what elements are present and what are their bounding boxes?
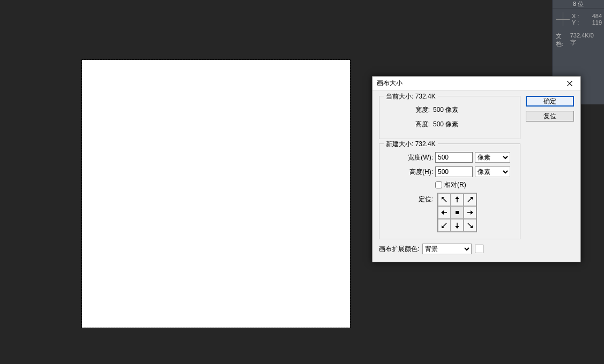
new-size-legend: 新建大小: 732.4K xyxy=(384,140,438,149)
close-button[interactable] xyxy=(562,78,577,89)
current-width-value: 500 像素 xyxy=(433,105,458,115)
x-value: 484 xyxy=(592,13,602,19)
svg-marker-15 xyxy=(455,226,459,229)
color-swatch[interactable] xyxy=(475,245,483,253)
width-input[interactable] xyxy=(435,152,473,163)
y-value: 119 xyxy=(592,19,602,26)
anchor-grid xyxy=(437,193,477,232)
anchor-e[interactable] xyxy=(464,206,476,219)
svg-marker-5 xyxy=(455,196,459,199)
current-size-group: 当前大小: 732.4K 宽度: 500 像素 高度: 500 像素 xyxy=(379,96,520,139)
y-label: Y : xyxy=(572,19,579,26)
anchor-ne[interactable] xyxy=(464,193,476,206)
new-size-group: 新建大小: 732.4K 宽度(W): 像素英寸厘米毫米点派卡 高度(H): 像… xyxy=(379,143,520,239)
relative-label: 相对(R) xyxy=(444,180,466,189)
extension-color-label: 画布扩展颜色: xyxy=(379,245,419,254)
anchor-center[interactable] xyxy=(451,206,464,219)
document-size: 文档: 732.4K/0 字 xyxy=(553,30,604,50)
new-height-label: 高度(H): xyxy=(386,168,433,177)
canvas-size-dialog: 画布大小 当前大小: 732.4K 宽度: 500 像素 高度: 500 像素 xyxy=(372,76,581,262)
anchor-s[interactable] xyxy=(451,219,464,232)
crosshair-icon xyxy=(556,12,570,26)
current-size-legend-label: 当前大小: xyxy=(386,93,413,100)
reset-button[interactable]: 复位 xyxy=(526,111,574,122)
doc-size-label: 文档: xyxy=(556,32,569,48)
cursor-coords: X :484 Y :119 xyxy=(553,9,604,30)
current-size-value: 732.4K xyxy=(415,93,436,100)
new-size-legend-label: 新建大小: xyxy=(386,140,413,148)
current-height-value: 500 像素 xyxy=(433,120,458,129)
anchor-nw[interactable] xyxy=(438,193,451,206)
ok-button[interactable]: 确定 xyxy=(526,96,574,107)
dialog-title: 画布大小 xyxy=(377,79,402,88)
new-size-value: 732.4K xyxy=(415,140,436,148)
extension-color-row: 画布扩展颜色: 前景背景白色黑色灰色其它... xyxy=(379,244,520,254)
x-label: X : xyxy=(572,13,579,19)
relative-checkbox[interactable] xyxy=(435,181,442,188)
doc-size-value: 732.4K/0 字 xyxy=(570,32,601,48)
height-input[interactable] xyxy=(435,166,473,177)
anchor-w[interactable] xyxy=(438,206,451,219)
current-size-legend: 当前大小: 732.4K xyxy=(384,92,438,101)
dialog-titlebar[interactable]: 画布大小 xyxy=(372,77,580,90)
svg-marker-11 xyxy=(471,210,473,215)
bit-depth-label: 8 位 xyxy=(553,0,604,9)
anchor-n[interactable] xyxy=(451,193,464,206)
extension-color-select[interactable]: 前景背景白色黑色灰色其它... xyxy=(422,244,472,254)
svg-marker-9 xyxy=(441,210,444,215)
close-icon xyxy=(567,81,572,86)
anchor-sw[interactable] xyxy=(438,219,451,232)
canvas-document[interactable] xyxy=(82,60,350,328)
current-width-label: 宽度: xyxy=(386,105,430,115)
anchor-se[interactable] xyxy=(464,219,476,232)
width-unit-select[interactable]: 像素英寸厘米毫米点派卡 xyxy=(475,152,510,163)
new-width-label: 宽度(W): xyxy=(386,153,433,162)
anchor-label: 定位: xyxy=(386,195,433,204)
current-height-label: 高度: xyxy=(386,120,430,129)
height-unit-select[interactable]: 像素英寸厘米毫米点派卡 xyxy=(475,166,510,177)
